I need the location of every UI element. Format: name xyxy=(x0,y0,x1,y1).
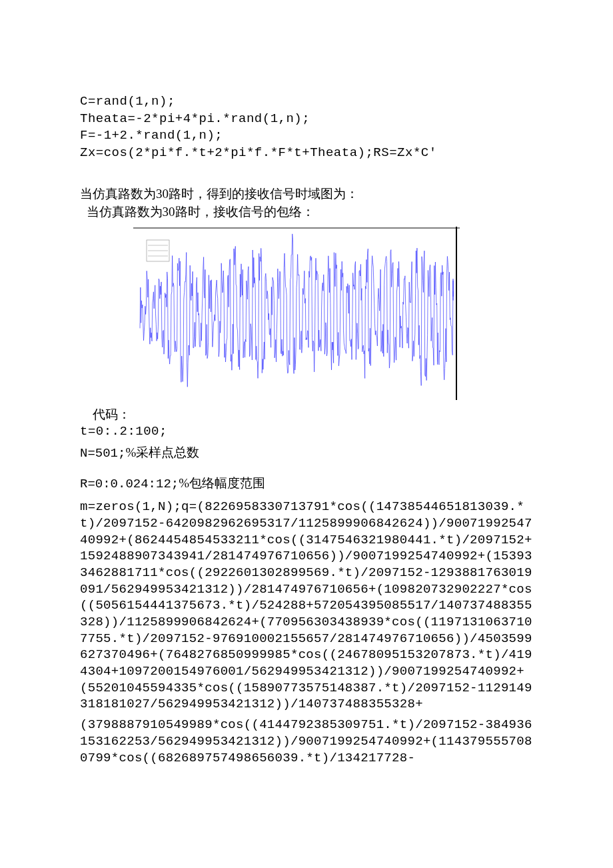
paragraph-text: 当仿真路数为30路时，得到的接收信号时域图为： xyxy=(80,185,533,203)
code-line: F=-1+2.*rand(1,n); xyxy=(80,128,223,143)
code-line-mixed: R=0:0.024:12;%包络幅度范围 xyxy=(80,475,533,493)
chart-svg xyxy=(133,227,460,400)
code-block-long-2: (3798887910549989*cos((4144792385309751.… xyxy=(80,717,533,766)
code-line: C=rand(1,n); xyxy=(80,94,175,109)
legend-box xyxy=(147,240,169,261)
code-line-mixed: N=501;%采样点总数 xyxy=(80,445,533,462)
code-block-1: C=rand(1,n); Theata=-2*pi+4*pi.*rand(1,n… xyxy=(80,93,533,162)
code-comment: %采样点总数 xyxy=(125,445,199,459)
code-line: Theata=-2*pi+4*pi.*rand(1,n); xyxy=(80,111,310,126)
code-line: t=0:.2:100; xyxy=(80,424,167,439)
paragraph-text: 代码： xyxy=(80,405,533,424)
code-block-long-1: m=zeros(1,N);q=(8226958330713791*cos((14… xyxy=(80,499,533,713)
code-text: R=0:0.024:12; xyxy=(80,477,179,491)
code-line: Zx=cos(2*pi*f.*t+2*pi*f.*F*t+Theata);RS=… xyxy=(80,145,437,160)
code-text: N=501; xyxy=(80,446,125,461)
signal-chart xyxy=(133,227,460,400)
paragraph-text: 当仿真路数为30路时，接收信号的包络： xyxy=(80,203,533,221)
code-block-2: t=0:.2:100; xyxy=(80,423,533,441)
code-comment: %包络幅度范围 xyxy=(179,476,265,490)
document-page: C=rand(1,n); Theata=-2*pi+4*pi.*rand(1,n… xyxy=(0,0,613,868)
